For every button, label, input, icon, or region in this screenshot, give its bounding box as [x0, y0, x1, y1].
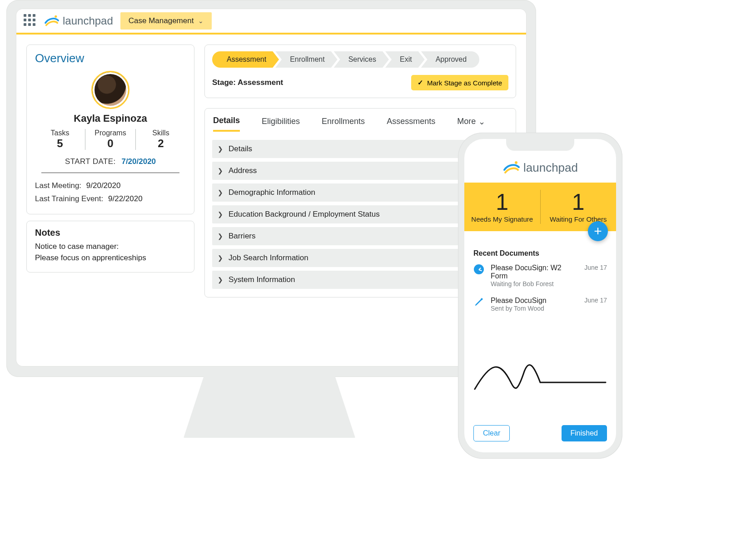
overview-title: Overview	[35, 51, 186, 65]
phone-screen: launchpad 1 Needs My Signature 1 Waiting…	[464, 139, 616, 452]
brand-text: launchpad	[63, 15, 113, 27]
chevron-right-icon: ❯	[218, 211, 223, 218]
recent-documents-heading: Recent Documents	[473, 249, 607, 258]
nav-case-management[interactable]: Case Management ⌄	[120, 12, 212, 30]
stage-step-approved[interactable]: Approved	[421, 51, 480, 68]
recent-documents: Recent Documents Please DocuSign: W2 For…	[464, 231, 616, 326]
phone-notch	[506, 139, 574, 151]
tab-eligibilities[interactable]: Eligibilities	[262, 117, 300, 131]
stat-skills: Skills 2	[136, 129, 186, 150]
chevron-right-icon: ❯	[218, 189, 223, 196]
phone-frame: launchpad 1 Needs My Signature 1 Waiting…	[458, 133, 622, 459]
tabs: Details Eligibilities Enrollments Assess…	[212, 113, 508, 132]
tab-more[interactable]: More ⌄	[457, 117, 485, 131]
person-name: Kayla Espinoza	[35, 113, 186, 124]
phone-brand-text: launchpad	[523, 161, 578, 175]
launchpad-logo-icon	[502, 160, 521, 175]
stats-row: Tasks 5 Programs 0 Skills 2	[35, 129, 186, 150]
add-document-button[interactable]: +	[588, 221, 608, 241]
brand: launchpad	[44, 14, 113, 28]
document-row[interactable]: Please DocuSign Sent by Tom Wood June 17	[473, 297, 607, 312]
stat-programs: Programs 0	[85, 129, 135, 150]
overview-card: Overview Kayla Espinoza Tasks 5 Programs…	[26, 45, 194, 214]
tab-details[interactable]: Details	[213, 116, 240, 132]
notes-card: Notes Notice to case manager: Please foc…	[26, 221, 194, 272]
app-launcher-icon[interactable]	[24, 14, 37, 28]
chevron-down-icon: ⌄	[478, 117, 485, 127]
stage-card: Assessment Enrollment Services Exit Appr…	[204, 45, 516, 98]
notes-heading: Notes	[35, 228, 186, 238]
left-column: Overview Kayla Espinoza Tasks 5 Programs…	[26, 45, 194, 366]
mark-stage-complete-button[interactable]: ✓ Mark Stage as Complete	[411, 75, 508, 90]
tab-enrollments[interactable]: Enrollments	[322, 117, 365, 131]
signature-pad[interactable]	[464, 326, 616, 425]
start-date: START DATE: 7/20/2020	[41, 154, 179, 173]
chevron-right-icon: ❯	[218, 145, 223, 153]
chevron-right-icon: ❯	[218, 233, 223, 240]
stage-step-assessment[interactable]: Assessment	[212, 51, 279, 68]
svg-point-0	[55, 15, 57, 18]
monitor-stand	[184, 375, 355, 438]
count-row: 1 Needs My Signature 1 Waiting For Other…	[464, 183, 616, 231]
phone-brand: launchpad	[502, 160, 578, 175]
stage-step-enrollment[interactable]: Enrollment	[275, 51, 337, 68]
chevron-right-icon: ❯	[218, 167, 223, 174]
launchpad-logo-icon	[44, 14, 60, 28]
stage-path: Assessment Enrollment Services Exit Appr…	[212, 51, 508, 68]
document-row[interactable]: Please DocuSign: W2 Form Waiting for Bob…	[473, 264, 607, 287]
notes-line: Please focus on apprenticeships	[35, 252, 186, 264]
nav-case-management-label: Case Management	[129, 16, 194, 25]
monitor-frame: launchpad Case Management ⌄ Overview Kay…	[6, 0, 536, 377]
check-icon: ✓	[418, 79, 423, 87]
chevron-down-icon: ⌄	[198, 17, 204, 25]
stage-step-services[interactable]: Services	[334, 51, 389, 68]
tab-assessments[interactable]: Assessments	[387, 117, 435, 131]
finished-button[interactable]: Finished	[562, 425, 607, 441]
clock-icon	[473, 264, 484, 275]
notes-line: Notice to case manager:	[35, 241, 186, 253]
stat-tasks: Tasks 5	[35, 129, 85, 150]
pen-icon	[473, 297, 484, 307]
phone-actions: Clear Finished	[464, 425, 616, 452]
stage-label: Stage: Assessment	[212, 78, 283, 87]
clear-button[interactable]: Clear	[473, 425, 510, 441]
count-needs-signature[interactable]: 1 Needs My Signature	[464, 183, 540, 231]
avatar	[91, 71, 129, 109]
stage-step-exit[interactable]: Exit	[385, 51, 425, 68]
chevron-right-icon: ❯	[218, 276, 223, 283]
meta-rows: Last Meeting: 9/20/2020 Last Training Ev…	[35, 179, 186, 206]
workspace: Overview Kayla Espinoza Tasks 5 Programs…	[16, 35, 526, 366]
svg-point-1	[515, 161, 517, 164]
desktop-screen: launchpad Case Management ⌄ Overview Kay…	[16, 9, 526, 366]
topbar: launchpad Case Management ⌄	[16, 9, 526, 35]
chevron-right-icon: ❯	[218, 254, 223, 262]
